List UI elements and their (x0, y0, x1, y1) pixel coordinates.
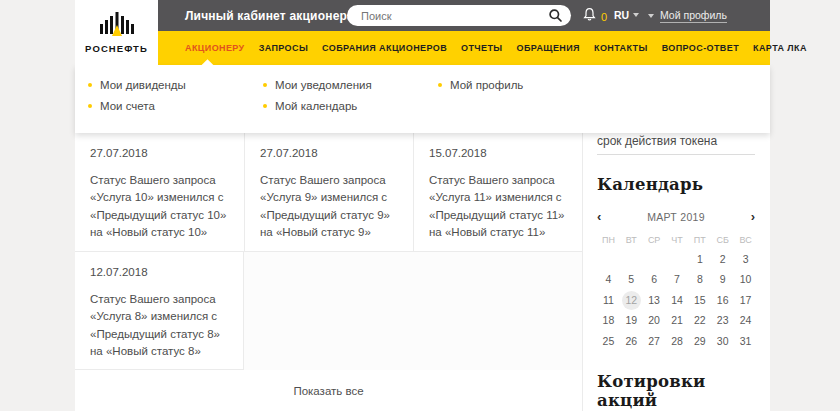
bullet-icon (88, 83, 92, 87)
calendar-day[interactable]: 1 (688, 249, 711, 270)
bullet-icon (263, 104, 267, 108)
nav-item-0[interactable]: АКЦИОНЕРУ (185, 43, 245, 53)
calendar-day-number: 31 (736, 332, 755, 351)
calendar-day-number: 8 (690, 270, 709, 289)
logo-wordmark: РОСНЕФТЬ (85, 43, 148, 54)
calendar-day[interactable]: 3 (734, 249, 757, 270)
empty-cell (413, 252, 582, 370)
calendar-day-number: 16 (713, 291, 732, 310)
notification-card: 15.07.2018Статус Вашего запроса «Услуга … (413, 133, 582, 252)
calendar-day-number: 3 (736, 250, 755, 269)
rosneft-flame-icon (98, 12, 136, 40)
calendar-day[interactable]: 11 (597, 290, 620, 311)
bullet-icon (263, 83, 267, 87)
nav-item-5[interactable]: КОНТАКТЫ (594, 43, 648, 53)
calendar-day[interactable]: 5 (620, 270, 643, 291)
calendar-day-number: 18 (599, 311, 618, 330)
card-text: Статус Вашего запроса «Услуга 11» измени… (429, 172, 567, 241)
nav-item-6[interactable]: ВОПРОС-ОТВЕТ (662, 43, 739, 53)
calendar-day-number: 22 (690, 311, 709, 330)
calendar-day[interactable]: 4 (597, 270, 620, 291)
dropdown-item[interactable]: Мой профиль (438, 79, 613, 91)
calendar-day[interactable]: 29 (688, 331, 711, 352)
nav-item-3[interactable]: ОТЧЕТЫ (461, 43, 503, 53)
calendar-day[interactable]: 20 (643, 311, 666, 332)
language-select[interactable]: RU (614, 9, 639, 21)
search-box (347, 5, 571, 26)
nav-item-4[interactable]: ОБРАЩЕНИЯ (517, 43, 580, 53)
calendar-day[interactable]: 9 (711, 270, 734, 291)
calendar-weekday: ВС (734, 235, 757, 245)
dropdown-item-label: Мой профиль (450, 79, 523, 91)
notifications-feed: 27.07.2018Статус Вашего запроса «Услуга … (75, 133, 582, 411)
calendar-day[interactable]: 15 (688, 290, 711, 311)
calendar-day[interactable]: 7 (666, 270, 689, 291)
calendar-day[interactable]: 26 (620, 331, 643, 352)
search-icon[interactable] (548, 8, 563, 23)
calendar-day[interactable]: 23 (711, 311, 734, 332)
calendar-day[interactable]: 31 (734, 331, 757, 352)
nav-item-2[interactable]: СОБРАНИЯ АКЦИОНЕРОВ (322, 43, 447, 53)
calendar-day-number: 1 (690, 250, 709, 269)
profile-menu[interactable]: Мой профиль (648, 9, 727, 23)
bell-icon[interactable] (583, 7, 596, 26)
calendar-day-number (599, 250, 618, 269)
calendar-day[interactable]: 17 (734, 290, 757, 311)
calendar-day[interactable]: 21 (666, 311, 689, 332)
calendar-day-number: 7 (667, 270, 686, 289)
main-content: 27.07.2018Статус Вашего запроса «Услуга … (75, 133, 770, 411)
calendar-day[interactable]: 24 (734, 311, 757, 332)
dropdown-item[interactable]: Мои уведомления (263, 79, 438, 91)
calendar-weekday: ЧТ (666, 235, 689, 245)
bullet-icon (88, 104, 92, 108)
calendar-weekday: СР (643, 235, 666, 245)
calendar-day-number: 30 (713, 332, 732, 351)
nav-item-7[interactable]: КАРТА ЛКА (753, 43, 807, 53)
calendar-day[interactable]: 8 (688, 270, 711, 291)
calendar-day[interactable]: 14 (666, 290, 689, 311)
dropdown-item-label: Мои уведомления (275, 79, 372, 91)
calendar-day[interactable]: 22 (688, 311, 711, 332)
calendar-day[interactable]: 6 (643, 270, 666, 291)
calendar-day[interactable]: 12 (620, 290, 643, 311)
dropdown-item[interactable]: Мои дивиденды (88, 79, 263, 91)
show-all-link[interactable]: Показать все (293, 385, 363, 397)
page-title: Личный кабинет акционера (185, 9, 354, 23)
card-text: Статус Вашего запроса «Услуга 9» изменил… (260, 172, 398, 241)
card-date: 15.07.2018 (429, 147, 567, 159)
topbar: Личный кабинет акционера 0 RU Мой профил… (158, 0, 770, 31)
calendar-day[interactable]: 25 (597, 331, 620, 352)
dropdown-item-label: Мои счета (100, 100, 155, 112)
nav-item-1[interactable]: ЗАПРОСЫ (259, 43, 308, 53)
calendar-day-number: 5 (622, 270, 641, 289)
calendar-day-number: 6 (645, 270, 664, 289)
calendar-day-number: 25 (599, 332, 618, 351)
calendar-day[interactable]: 10 (734, 270, 757, 291)
card-text: Статус Вашего запроса «Услуга 10» измени… (90, 172, 229, 241)
site-container: Личный кабинет акционера 0 RU Мой профил… (75, 0, 770, 411)
calendar-day-number: 14 (667, 291, 686, 310)
dropdown-column-2: Мой профиль (438, 79, 613, 112)
calendar-day-number: 17 (736, 291, 755, 310)
profile-label: Мой профиль (660, 9, 727, 23)
calendar-day[interactable]: 2 (711, 249, 734, 270)
calendar-day[interactable]: 18 (597, 311, 620, 332)
calendar-day-number: 2 (713, 250, 732, 269)
calendar-day[interactable]: 30 (711, 331, 734, 352)
calendar-day-number: 20 (645, 311, 664, 330)
calendar-day[interactable]: 27 (643, 331, 666, 352)
logo[interactable]: РОСНЕФТЬ (75, 0, 158, 65)
dropdown-item[interactable]: Мои счета (88, 100, 263, 112)
page: Личный кабинет акционера 0 RU Мой профил… (0, 0, 840, 411)
dropdown-item[interactable]: Мой календарь (263, 100, 438, 112)
card-text: Статус Вашего запроса «Услуга 8» изменил… (90, 291, 228, 360)
calendar-day[interactable]: 28 (666, 331, 689, 352)
calendar-day[interactable]: 19 (620, 311, 643, 332)
calendar-nav: ‹ МАРТ 2019 › (597, 210, 755, 223)
calendar-day[interactable]: 16 (711, 290, 734, 311)
calendar-day[interactable]: 13 (643, 290, 666, 311)
calendar-day-number (667, 250, 686, 269)
search-input[interactable] (347, 10, 548, 22)
calendar-next-button[interactable]: › (751, 210, 755, 223)
calendar-day-number: 28 (667, 332, 686, 351)
